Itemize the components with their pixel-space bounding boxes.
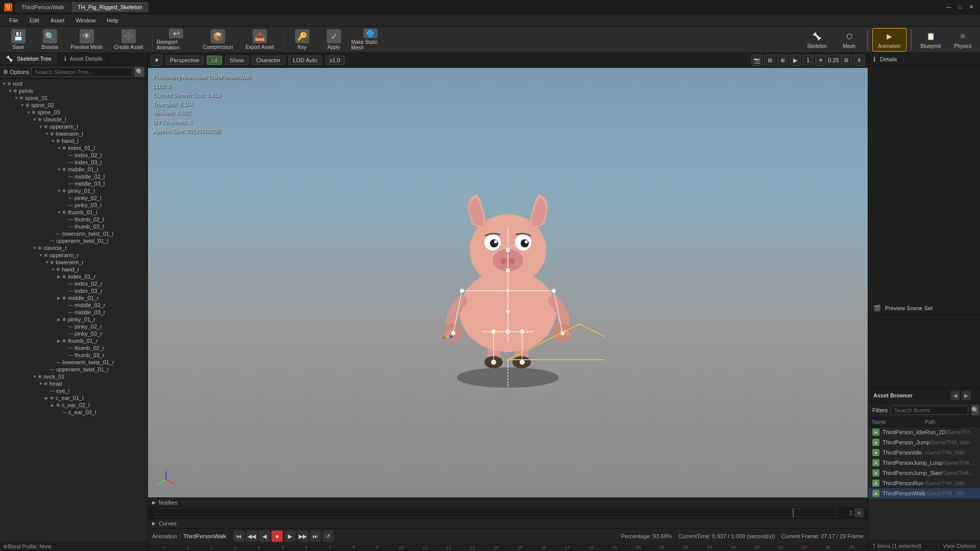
view-options-label[interactable]: View Options (943, 543, 976, 549)
asset-browser-back-button[interactable]: ◀ (950, 391, 960, 400)
tree-item-clavicle_l[interactable]: ▼⊕clavicle_l (0, 116, 148, 123)
tree-item-index_01_l[interactable]: ▼⊕index_01_l (0, 144, 148, 152)
tree-item-pinky_01_l[interactable]: ▼⊕pinky_01_l (0, 187, 148, 194)
grid-icon-btn[interactable]: ⊞ (764, 55, 775, 66)
tree-item-pinky_03_r[interactable]: —pinky_03_r (0, 330, 148, 337)
notifies-bar[interactable]: ▶ Notifies (148, 498, 868, 507)
asset-item-thirdperson_jump[interactable]: AThirdPerson_Jump/Game/THA_Utiln (868, 437, 980, 447)
tree-item-middle_02_l[interactable]: —middle_02_l (0, 173, 148, 180)
key-button[interactable]: 🔑 Key (287, 28, 317, 52)
snap-icon-btn[interactable]: ⊕ (777, 55, 788, 66)
tree-item-middle_01_l[interactable]: ▼⊕middle_01_l (0, 166, 148, 173)
asset-item-thirdpersonidle[interactable]: AThirdPersonIdle/Game/THA_Utiln (868, 447, 980, 458)
asset-item-thirdperson_idlerun_2d[interactable]: AThirdPerson_IdleRun_2D/Game/THA_Utiln (868, 427, 980, 437)
apply-button[interactable]: ✓ Apply (318, 28, 349, 52)
tree-item-c_ear_01_l[interactable]: ▶⊕c_ear_01_l (0, 394, 148, 402)
tree-item-clavicle_r[interactable]: ▼⊕clavicle_r (0, 244, 148, 252)
tree-item-lowerarm_l[interactable]: ▼⊕lowerarm_l (0, 130, 148, 137)
show-button[interactable]: Show (225, 56, 249, 65)
asset-search-input[interactable] (891, 406, 968, 415)
tree-item-thumb_03_l[interactable]: —thumb_03_l (0, 223, 148, 230)
tree-item-middle_03_l[interactable]: —middle_03_l (0, 180, 148, 187)
tree-item-thumb_01_r[interactable]: ▶⊕thumb_01_r (0, 337, 148, 344)
tree-item-lowerarm_r[interactable]: ▼⊕lowerarm_r (0, 259, 148, 266)
tree-item-middle_01_r[interactable]: ▶⊕middle_01_r (0, 294, 148, 302)
tree-item-upperarm_l[interactable]: ▼⊕upperarm_l (0, 123, 148, 130)
tree-item-upperarm_twist_01_r[interactable]: —upperarm_twist_01_r (0, 366, 148, 373)
realtime-icon-btn[interactable]: ▶ (790, 55, 801, 66)
asset-item-thirdpersonjump_loop[interactable]: AThirdPersonJump_Loop/Game/THA_Utiln (868, 458, 980, 468)
next-step-button[interactable]: ▶ (284, 531, 296, 542)
display-value[interactable]: 4 (853, 55, 865, 66)
mesh-mode-button[interactable]: ⬡ Mesh (835, 28, 863, 52)
tree-item-upperarm_twist_01_l[interactable]: —upperarm_twist_01_l (0, 237, 148, 244)
animation-mode-button[interactable]: ▶ Animation (872, 28, 906, 52)
loop-button[interactable]: ↺ (323, 531, 334, 542)
tree-item-index_01_r[interactable]: ▶⊕index_01_r (0, 273, 148, 280)
tree-item-index_02_r[interactable]: —index_02_r (0, 280, 148, 287)
tree-item-pinky_03_l[interactable]: —pinky_03_l (0, 202, 148, 209)
exposure-icon[interactable]: ☀ (815, 55, 826, 66)
tree-item-thumb_02_l[interactable]: —thumb_02_l (0, 216, 148, 223)
export-asset-button[interactable]: 📤 Export Asset (239, 28, 280, 52)
tree-item-hand_l[interactable]: ▼⊕hand_l (0, 137, 148, 144)
first-frame-button[interactable]: ⏮ (233, 531, 244, 542)
tree-item-index_03_l[interactable]: —index_03_l (0, 159, 148, 166)
character-button[interactable]: Character (252, 56, 285, 65)
make-static-button[interactable]: 🔷 Make Static Mesh (350, 28, 391, 52)
search-button[interactable]: 🔍 (134, 67, 144, 77)
tree-item-hand_r[interactable]: ▼⊕hand_r (0, 266, 148, 273)
tab-skeleton-tree[interactable]: 🦴 Skeleton Tree (0, 53, 58, 65)
tree-item-thumb_03_r[interactable]: —thumb_03_r (0, 352, 148, 359)
asset-item-thirdpersonjump_start[interactable]: AThirdPersonJump_Start/Game/THA_Utiln (868, 468, 980, 478)
physics-mode-button[interactable]: ⚛ Physics (949, 28, 977, 52)
viewport-canvas[interactable]: Previewing Animation ThirdPersonWalk LOD… (148, 68, 868, 497)
last-frame-button[interactable]: ⏭ (310, 531, 321, 542)
tree-item-middle_02_r[interactable]: —middle_02_r (0, 302, 148, 309)
tree-item-thumb_01_l[interactable]: ▼⊕thumb_01_l (0, 209, 148, 216)
menu-file[interactable]: File (4, 16, 23, 24)
tab-asset-details[interactable]: ℹ Asset Details (58, 53, 109, 65)
create-asset-button[interactable]: ➕ Create Asset (108, 28, 149, 52)
add-keyframe-button[interactable]: + (854, 508, 864, 517)
lod-button[interactable]: LOD Auto (288, 56, 322, 65)
tree-item-spine_03[interactable]: ▼⊕spine_03 (0, 109, 148, 116)
search-skeleton-input[interactable] (31, 67, 132, 77)
tree-item-pinky_01_r[interactable]: ▶⊕pinky_01_r (0, 316, 148, 323)
blueprint-mode-button[interactable]: 📋 Blueprint (916, 28, 946, 52)
preview-mesh-button[interactable]: 👁 Preview Mesh (66, 28, 107, 52)
title-tab-2[interactable]: TH_Pig_Rigged_Skeleton (71, 2, 149, 12)
asset-item-thirdpersonwalk[interactable]: AThirdPersonWalk/Game/THA_Utiln (868, 488, 980, 498)
speed-button[interactable]: x1.0 (325, 56, 345, 65)
tree-item-root[interactable]: ▼⊕root (0, 80, 148, 87)
browse-button[interactable]: 🔍 Browse (35, 28, 65, 52)
prev-step-button[interactable]: ◀ (259, 531, 270, 542)
asset-item-thirdpersonrun[interactable]: AThirdPersonRun/Game/THA_Utiln (868, 478, 980, 488)
timeline-track[interactable] (156, 508, 836, 517)
exposure-value[interactable]: 0.25 (828, 55, 839, 66)
curves-bar[interactable]: ▶ Curves (148, 518, 868, 528)
tree-item-eye_l[interactable]: —eye_l (0, 387, 148, 394)
reimport-button[interactable]: ↩ Reimport Animation (156, 28, 197, 52)
save-button[interactable]: 💾 Save (3, 28, 34, 52)
maximize-button[interactable]: □ (955, 3, 965, 12)
lit-button[interactable]: Lit (207, 56, 222, 65)
tree-item-spine_02[interactable]: ▼⊕spine_02 (0, 102, 148, 109)
menu-help[interactable]: Help (102, 16, 124, 24)
tree-item-pinky_02_l[interactable]: —pinky_02_l (0, 194, 148, 202)
tree-item-lowerarm_twist_01_r[interactable]: —lowerarm_twist_01_r (0, 359, 148, 366)
menu-window[interactable]: Window (70, 16, 101, 24)
asset-search-button[interactable]: 🔍 (971, 405, 979, 415)
menu-asset[interactable]: Asset (45, 16, 70, 24)
minimize-button[interactable]: — (944, 3, 953, 12)
tree-item-middle_03_r[interactable]: —middle_03_r (0, 309, 148, 316)
tree-item-spine_01[interactable]: ▼⊕spine_01 (0, 94, 148, 102)
tree-item-lowerarm_twist_01_l[interactable]: —lowerarm_twist_01_l (0, 230, 148, 237)
menu-edit[interactable]: Edit (24, 16, 44, 24)
skeleton-mode-button[interactable]: 🦴 Skeleton (802, 28, 832, 52)
tree-item-thumb_02_r[interactable]: —thumb_02_r (0, 344, 148, 352)
prev-frame-button[interactable]: ◀◀ (246, 531, 257, 542)
compression-button[interactable]: 📦 Compression (198, 28, 238, 52)
close-button[interactable]: ✕ (967, 3, 976, 12)
play-button[interactable]: ● (272, 531, 283, 542)
